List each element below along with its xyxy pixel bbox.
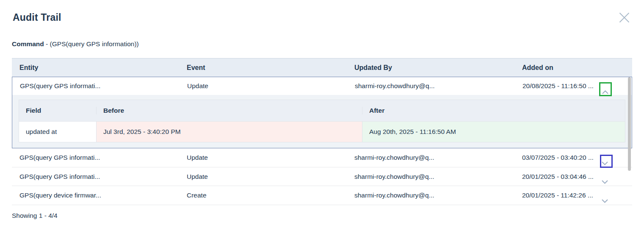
context-value: (GPS(query GPS information)) — [50, 40, 139, 47]
context-line: Command - (GPS(query GPS information)) — [12, 40, 139, 48]
audit-table-header-row: Entity Event Updated By Added on — [12, 58, 632, 77]
chevron-down-icon — [601, 199, 608, 203]
audit-table: Entity Event Updated By Added on GPS(que… — [12, 58, 632, 205]
column-header-added-on: Added on — [514, 64, 632, 72]
close-icon — [619, 12, 630, 23]
collapse-row-button[interactable] — [602, 89, 609, 93]
cell-added-on: 03/07/2025 - 03:40:20 ... — [514, 154, 632, 161]
cell-event: Update — [179, 154, 347, 161]
field-change-table: Field Before After updated at Jul 3rd, 2… — [19, 100, 625, 142]
cell-entity: GPS(query device firmwar... — [12, 192, 179, 199]
detail-header-before: Before — [97, 107, 362, 114]
chevron-down-icon — [601, 161, 608, 166]
cell-updated-by: sharmi-roy.chowdhury@q... — [347, 82, 515, 90]
chevron-up-icon — [602, 90, 609, 95]
detail-cell-before: Jul 3rd, 2025 - 3:40:20 PM — [97, 122, 362, 142]
cell-added-on: 20/08/2025 - 11:16:50 ... — [515, 82, 632, 90]
cell-entity: GPS(query GPS informati... — [12, 82, 180, 90]
table-row[interactable]: GPS(query GPS informati... Update sharmi… — [12, 77, 632, 95]
table-row[interactable]: GPS(query GPS informati... Update sharmi… — [12, 148, 632, 167]
cell-event: Update — [179, 173, 347, 181]
cell-event: Create — [179, 192, 347, 199]
context-separator: - — [44, 40, 50, 47]
expand-row-button[interactable] — [601, 160, 608, 164]
table-row[interactable]: GPS(query GPS informati... Update sharmi… — [12, 167, 632, 186]
page-title: Audit Trail — [13, 12, 61, 23]
context-label: Command — [12, 40, 44, 47]
cell-entity: GPS(query GPS informati... — [12, 173, 179, 181]
cell-updated-by: sharmi-roy.chowdhury@q... — [347, 154, 514, 161]
cell-added-on: 20/01/2025 - 11:42:26 ... — [514, 192, 632, 199]
expand-row-button[interactable] — [601, 197, 608, 202]
expand-row-button[interactable] — [601, 178, 608, 183]
cell-updated-by: sharmi-roy.chowdhury@q... — [347, 173, 514, 181]
table-row[interactable]: GPS(query device firmwar... Create sharm… — [12, 186, 632, 205]
cell-entity: GPS(query GPS informati... — [12, 154, 179, 161]
vertical-scrollbar-thumb[interactable] — [628, 77, 631, 171]
detail-cell-field: updated at — [19, 122, 97, 142]
detail-header-after: After — [362, 107, 625, 114]
column-header-updated-by: Updated By — [347, 64, 514, 72]
detail-row: updated at Jul 3rd, 2025 - 3:40:20 PM Au… — [19, 122, 625, 142]
chevron-down-icon — [601, 180, 608, 184]
detail-header-row: Field Before After — [19, 100, 625, 122]
expanded-row-group: GPS(query GPS informati... Update sharmi… — [12, 77, 632, 148]
column-header-entity: Entity — [12, 64, 179, 72]
detail-cell-after: Aug 20th, 2025 - 11:16:50 AM — [362, 122, 625, 142]
column-header-event: Event — [179, 64, 347, 72]
cell-updated-by: sharmi-roy.chowdhury@q... — [347, 192, 514, 199]
cell-event: Update — [180, 82, 347, 90]
audit-trail-modal: Audit Trail Command - (GPS(query GPS inf… — [0, 0, 644, 228]
pagination-status: Showing 1 - 4/4 — [12, 212, 58, 220]
row-detail-panel: Field Before After updated at Jul 3rd, 2… — [12, 95, 632, 148]
cell-added-on: 20/01/2025 - 03:04:46 ... — [514, 173, 632, 181]
close-button[interactable] — [618, 11, 630, 24]
detail-header-field: Field — [19, 107, 97, 114]
